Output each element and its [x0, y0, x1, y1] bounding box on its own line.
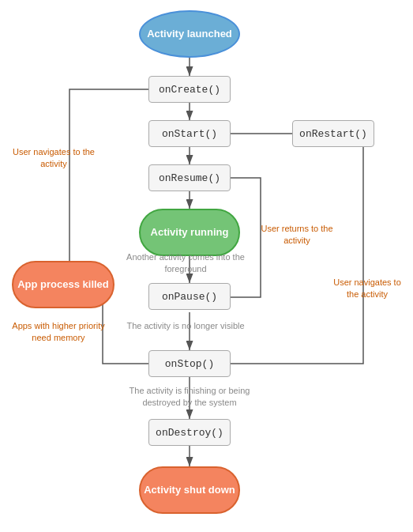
activity-launched-label: Activity launched [147, 28, 232, 41]
on-create-node: onCreate() [148, 76, 231, 103]
apps-higher-priority-annotation: Apps with higher priority need memory [3, 320, 114, 345]
on-restart-node: onRestart() [292, 120, 374, 147]
on-stop-label: onStop() [165, 358, 214, 370]
activity-running-label: Activity running [151, 226, 229, 240]
activity-no-longer-annotation: The activity is no longer visible [122, 320, 249, 332]
on-pause-node: onPause() [148, 283, 231, 310]
another-activity-annotation: Another activity comes into the foregrou… [122, 251, 249, 276]
user-returns-annotation: User returns to the activity [257, 223, 336, 247]
app-process-killed-node: App process killed [12, 261, 115, 308]
activity-shutdown-label: Activity shut down [144, 484, 235, 497]
on-resume-label: onResume() [159, 172, 220, 184]
activity-shutdown-node: Activity shut down [139, 466, 240, 514]
on-pause-label: onPause() [162, 291, 217, 303]
on-start-label: onStart() [162, 128, 217, 140]
activity-launched-node: Activity launched [139, 10, 240, 58]
on-start-node: onStart() [148, 120, 231, 147]
on-create-label: onCreate() [159, 84, 220, 96]
activity-running-node: Activity running [139, 209, 240, 256]
on-destroy-node: onDestroy() [148, 419, 231, 446]
on-resume-node: onResume() [148, 164, 231, 191]
on-restart-label: onRestart() [299, 128, 367, 140]
user-navigates2-annotation: User navigates to the activity [328, 277, 407, 301]
activity-lifecycle-diagram: Activity launched onCreate() onStart() o… [0, 0, 413, 532]
on-stop-node: onStop() [148, 350, 231, 377]
user-navigates-annotation: User navigates to the activity [6, 146, 101, 171]
app-process-killed-label: App process killed [17, 278, 109, 292]
activity-finishing-annotation: The activity is finishing or being destr… [111, 385, 268, 409]
on-destroy-label: onDestroy() [156, 427, 223, 439]
